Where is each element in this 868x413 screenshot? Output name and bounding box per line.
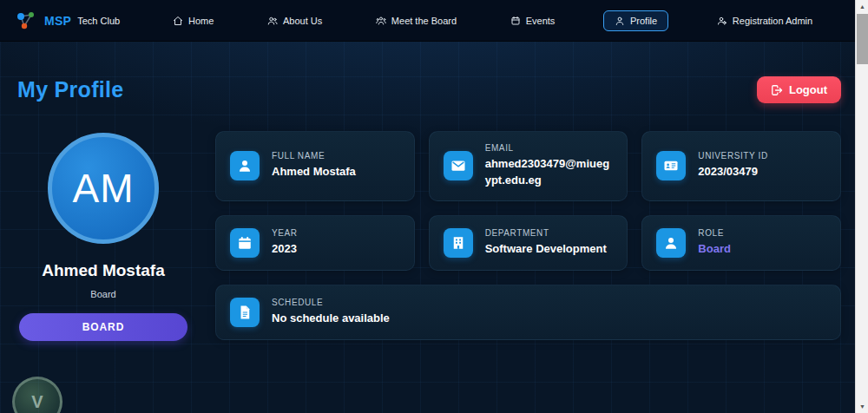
meet-board-icon <box>376 16 386 26</box>
board-badge-button[interactable]: BOARD <box>19 313 187 341</box>
card-value: No schedule available <box>272 311 390 327</box>
card-value: 2023/03479 <box>698 164 767 180</box>
info-card-university-id: UNIVERSITY ID 2023/03479 <box>641 131 841 201</box>
card-value: Board <box>698 241 731 258</box>
user-icon <box>230 151 260 180</box>
info-card-full-name: FULL NAME Ahmed Mostafa <box>215 131 415 201</box>
nav-item-events[interactable]: Events <box>505 11 561 30</box>
card-label: UNIVERSITY ID <box>698 151 767 161</box>
registration-admin-icon <box>717 16 727 26</box>
home-icon <box>173 16 183 26</box>
page-header: My Profile Logout <box>0 42 855 103</box>
card-label: FULL NAME <box>272 151 356 161</box>
brand-name: MSP <box>44 14 71 28</box>
content-area: My Profile Logout AM Ahmed Mostafa Board… <box>0 42 855 413</box>
mail-icon <box>444 151 473 180</box>
profile-summary: AM Ahmed Mostafa Board BOARD <box>19 131 187 341</box>
card-label: SCHEDULE <box>272 298 390 307</box>
about-us-icon <box>267 16 278 26</box>
nav-item-about-us[interactable]: About Us <box>262 11 327 30</box>
page-title: My Profile <box>17 77 123 102</box>
profile-role-text: Board <box>19 289 187 299</box>
scroll-down-button[interactable]: ▼ <box>856 400 868 413</box>
nav-item-home[interactable]: Home <box>168 11 219 30</box>
nav-item-meet-the-board[interactable]: Meet the Board <box>371 11 462 30</box>
info-card-email: EMAIL ahmed2303479@miuegypt.edu.eg <box>429 131 628 201</box>
schedule-file-icon <box>230 298 260 327</box>
main-layout: AM Ahmed Mostafa Board BOARD FULL NAME A… <box>0 103 855 341</box>
building-icon <box>444 228 473 258</box>
msp-logo-icon <box>16 10 38 32</box>
calendar-icon <box>230 228 260 258</box>
brand-suffix: Tech Club <box>77 16 120 26</box>
card-value: 2023 <box>272 241 298 258</box>
profile-page: MSP Tech Club Home About Us Meet the Boa… <box>0 0 868 413</box>
avatar-initials: AM <box>73 165 135 212</box>
logout-icon <box>771 84 783 96</box>
brand[interactable]: MSP Tech Club <box>16 10 120 32</box>
logout-button[interactable]: Logout <box>757 76 841 103</box>
card-value: ahmed2303479@miuegypt.edu.eg <box>485 156 614 189</box>
profile-avatar: AM <box>48 133 159 244</box>
card-value: Software Development <box>485 241 607 258</box>
info-card-schedule: SCHEDULE No schedule available <box>215 285 841 340</box>
nav-items: Home About Us Meet the Board Events Prof… <box>146 10 839 31</box>
info-card-department: DEPARTMENT Software Development <box>429 215 628 271</box>
profile-name: Ahmed Mostafa <box>19 261 187 280</box>
scroll-thumb[interactable] <box>857 14 868 64</box>
nav-item-label: Home <box>188 16 214 26</box>
scroll-up-button[interactable]: ▲ <box>856 0 868 13</box>
nav-item-registration-admin[interactable]: Registration Admin <box>712 11 818 30</box>
card-label: YEAR <box>272 228 298 238</box>
logout-label: Logout <box>789 83 827 96</box>
profile-icon <box>615 16 625 26</box>
user-icon <box>656 228 686 258</box>
info-card-role: ROLE Board <box>641 215 841 271</box>
events-icon <box>510 16 521 26</box>
nav-item-label: Profile <box>630 16 657 26</box>
card-label: ROLE <box>698 228 731 238</box>
id-card-icon <box>656 151 686 180</box>
info-cards-grid: FULL NAME Ahmed Mostafa EMAIL ahmed23034… <box>215 131 841 341</box>
nav-item-label: Meet the Board <box>391 16 457 26</box>
info-card-year: YEAR 2023 <box>215 215 415 271</box>
scrollbar[interactable]: ▲ ▼ <box>855 0 868 413</box>
nav-item-label: Registration Admin <box>733 16 812 26</box>
nav-item-label: Events <box>526 16 556 26</box>
card-label: DEPARTMENT <box>485 228 607 238</box>
nav-item-label: About Us <box>283 16 322 26</box>
card-label: EMAIL <box>485 143 614 153</box>
card-value: Ahmed Mostafa <box>272 164 356 180</box>
navbar: MSP Tech Club Home About Us Meet the Boa… <box>0 0 855 42</box>
nav-item-profile[interactable]: Profile <box>603 10 668 31</box>
